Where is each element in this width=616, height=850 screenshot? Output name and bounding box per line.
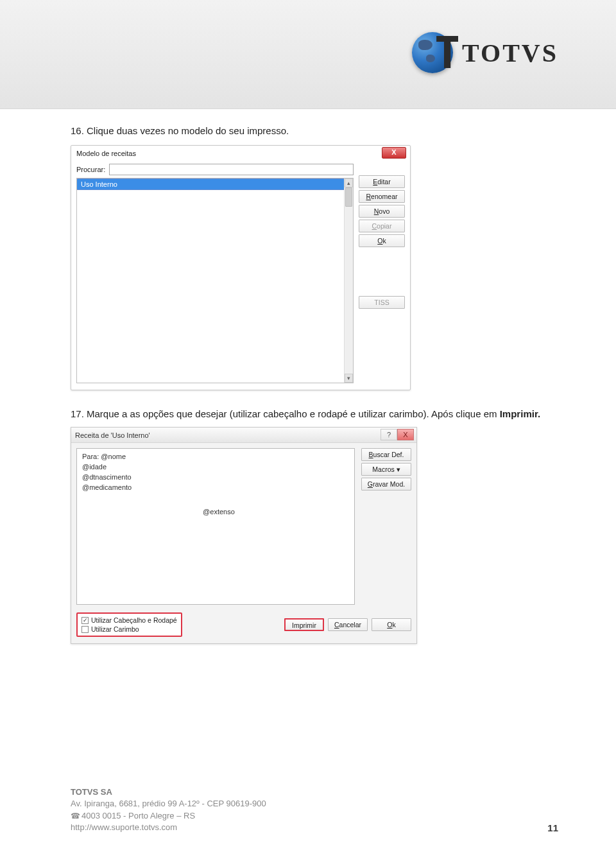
model-listbox[interactable]: Uso Interno ▴ ▾ [76,178,354,383]
modelo-receitas-dialog: Modelo de receitas X Procurar: Uso Inter… [71,145,411,390]
footer-phone: 4003 0015 - Porto Alegre – RS [71,810,558,822]
gravar-mod-button[interactable]: Gravar Mod. [361,478,411,490]
step-17-text: 17. Marque a as opções que desejar (util… [71,408,558,419]
globe-icon [412,32,453,73]
checkbox-icon[interactable]: ✓ [81,617,89,624]
editor-line: @idade [82,463,349,471]
scrollbar[interactable]: ▴ ▾ [344,178,353,383]
editor-line: @dtnascimento [82,473,349,481]
dialog-title: Modelo de receitas [71,146,410,160]
document-page: TOTVS 16. Clique duas vezes no modelo do… [0,0,616,850]
use-header-footer-checkbox[interactable]: ✓ Utilizar Cabeçalho e Rodapé [81,616,177,624]
ok-button[interactable]: Ok [372,618,411,631]
buscar-def-button[interactable]: Buscar Def. [361,448,411,461]
close-button[interactable]: X [382,147,406,159]
options-highlight-box: ✓ Utilizar Cabeçalho e Rodapé Utilizar C… [76,612,182,637]
recipe-editor[interactable]: Para: @nome @idade @dtnascimento @medica… [76,448,355,605]
procurar-label: Procurar: [76,166,105,173]
editor-line: Para: @nome [82,453,349,460]
help-button[interactable]: ? [381,429,397,440]
footer-company: TOTVS SA [71,786,558,798]
brand-logo: TOTVS [412,32,558,73]
checkbox-label: Utilizar Cabeçalho e Rodapé [91,616,177,624]
page-number: 11 [547,821,558,835]
checkbox-icon[interactable] [81,626,89,633]
editor-macro: @extenso [203,508,235,516]
brand-name: TOTVS [462,38,558,68]
renomear-button[interactable]: Renomear [359,190,405,203]
macros-button[interactable]: Macros ▾ [361,463,411,476]
checkbox-label: Utilizar Carimbo [91,625,139,633]
footer-address: Av. Ipiranga, 6681, prédio 99 A-12º - CE… [71,798,558,810]
ok-button[interactable]: Ok [359,234,405,247]
scroll-down-icon[interactable]: ▾ [345,374,353,383]
cancelar-button[interactable]: Cancelar [328,618,368,631]
novo-button[interactable]: Novo [359,205,405,218]
close-button[interactable]: X [397,429,414,440]
page-header: TOTVS [0,0,616,109]
scroll-up-icon[interactable]: ▴ [345,178,353,187]
scroll-thumb[interactable] [345,187,352,207]
editar-button[interactable]: Editar [359,175,405,188]
page-footer: TOTVS SA Av. Ipiranga, 6681, prédio 99 A… [71,786,558,833]
use-stamp-checkbox[interactable]: Utilizar Carimbo [81,625,177,633]
footer-url: http://www.suporte.totvs.com [71,822,558,833]
dialog-title: Receita de 'Uso Interno' [75,431,150,439]
copiar-button[interactable]: Copiar [359,220,405,232]
receita-dialog: Receita de 'Uso Interno' ? X Para: @nome… [71,427,417,644]
page-content: 16. Clique duas vezes no modelo do seu i… [71,125,558,644]
editor-line: @medicamento [82,483,349,491]
list-item[interactable]: Uso Interno [77,178,344,190]
tiss-button[interactable]: TISS [359,296,405,309]
procurar-input[interactable] [109,164,354,175]
step-16-text: 16. Clique duas vezes no modelo do seu i… [71,125,558,136]
imprimir-button[interactable]: Imprimir [284,618,324,631]
